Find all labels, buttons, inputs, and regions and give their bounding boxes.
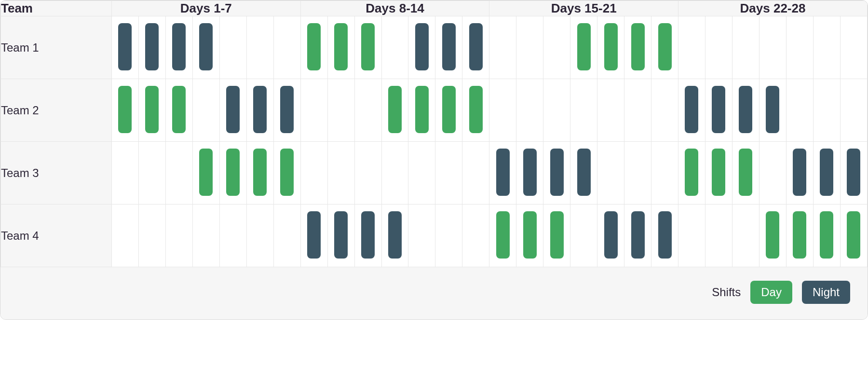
team-name-cell: Team 3: [1, 142, 112, 205]
day-cell: [759, 16, 786, 79]
night-shift-icon: [496, 149, 510, 196]
day-shift-icon: [712, 149, 725, 196]
day-cell: [219, 16, 246, 79]
day-shift-icon: [685, 149, 698, 196]
day-shift-icon: [388, 86, 402, 133]
day-cell: [300, 142, 327, 205]
night-shift-icon: [388, 211, 402, 259]
day-cell: [408, 205, 435, 267]
night-shift-icon: [307, 211, 321, 259]
day-cell: [354, 79, 381, 142]
night-shift-icon: [847, 149, 860, 196]
night-shift-icon: [172, 23, 186, 70]
day-cell: [813, 205, 840, 267]
day-cell: [516, 79, 543, 142]
day-cell: [138, 142, 165, 205]
day-cell: [489, 205, 516, 267]
header-week-3: Days 15-21: [489, 1, 678, 16]
day-cell: [381, 205, 408, 267]
day-cell: [354, 16, 381, 79]
day-cell: [570, 79, 597, 142]
day-shift-icon: [307, 23, 321, 70]
day-shift-icon: [469, 86, 483, 133]
day-cell: [516, 205, 543, 267]
day-cell: [597, 79, 624, 142]
day-shift-icon: [604, 23, 618, 70]
day-cell: [408, 16, 435, 79]
day-cell: [462, 142, 489, 205]
day-cell: [732, 79, 759, 142]
day-cell: [192, 16, 219, 79]
day-cell: [570, 205, 597, 267]
table-row: Team 4: [1, 205, 868, 267]
day-cell: [840, 79, 867, 142]
team-name-cell: Team 1: [1, 16, 112, 79]
day-cell: [381, 142, 408, 205]
day-cell: [435, 79, 462, 142]
night-shift-icon: [658, 211, 672, 259]
night-shift-icon: [145, 23, 159, 70]
day-cell: [759, 79, 786, 142]
schedule-panel: Team Days 1-7 Days 8-14 Days 15-21 Days …: [0, 0, 868, 320]
day-cell: [408, 79, 435, 142]
day-cell: [759, 205, 786, 267]
day-shift-icon: [523, 211, 537, 259]
day-cell: [354, 205, 381, 267]
day-cell: [516, 16, 543, 79]
day-cell: [354, 142, 381, 205]
day-cell: [192, 79, 219, 142]
day-shift-icon: [199, 149, 213, 196]
day-cell: [651, 16, 678, 79]
day-cell: [381, 79, 408, 142]
day-cell: [192, 205, 219, 267]
night-shift-icon: [334, 211, 348, 259]
day-cell: [435, 142, 462, 205]
header-week-2: Days 8-14: [300, 1, 489, 16]
night-shift-icon: [226, 86, 240, 133]
day-cell: [624, 79, 651, 142]
day-cell: [813, 142, 840, 205]
day-cell: [624, 16, 651, 79]
day-cell: [543, 79, 570, 142]
team-name-cell: Team 2: [1, 79, 112, 142]
night-shift-icon: [415, 23, 429, 70]
day-cell: [651, 205, 678, 267]
day-cell: [705, 79, 732, 142]
night-shift-icon: [442, 23, 456, 70]
day-cell: [651, 142, 678, 205]
legend-night-chip: Night: [802, 281, 850, 304]
day-cell: [786, 205, 813, 267]
day-shift-icon: [739, 149, 752, 196]
day-cell: [112, 79, 139, 142]
day-shift-icon: [334, 23, 348, 70]
day-cell: [246, 79, 273, 142]
day-cell: [219, 79, 246, 142]
day-shift-icon: [172, 86, 186, 133]
schedule-table: Team Days 1-7 Days 8-14 Days 15-21 Days …: [0, 0, 868, 267]
day-cell: [597, 142, 624, 205]
day-cell: [138, 205, 165, 267]
team-name-cell: Team 4: [1, 205, 112, 267]
day-shift-icon: [496, 211, 510, 259]
night-shift-icon: [361, 211, 375, 259]
day-shift-icon: [226, 149, 240, 196]
night-shift-icon: [523, 149, 537, 196]
day-cell: [300, 79, 327, 142]
night-shift-icon: [199, 23, 213, 70]
day-cell: [273, 16, 300, 79]
day-cell: [138, 16, 165, 79]
day-cell: [327, 79, 354, 142]
day-cell: [732, 142, 759, 205]
header-week-1: Days 1-7: [112, 1, 301, 16]
day-cell: [786, 142, 813, 205]
day-cell: [273, 205, 300, 267]
day-cell: [462, 16, 489, 79]
night-shift-icon: [793, 149, 806, 196]
day-cell: [219, 205, 246, 267]
day-cell: [219, 142, 246, 205]
legend-title: Shifts: [712, 286, 741, 299]
table-row: Team 2: [1, 79, 868, 142]
day-shift-icon: [658, 23, 672, 70]
day-cell: [435, 205, 462, 267]
header-team: Team: [1, 1, 112, 16]
